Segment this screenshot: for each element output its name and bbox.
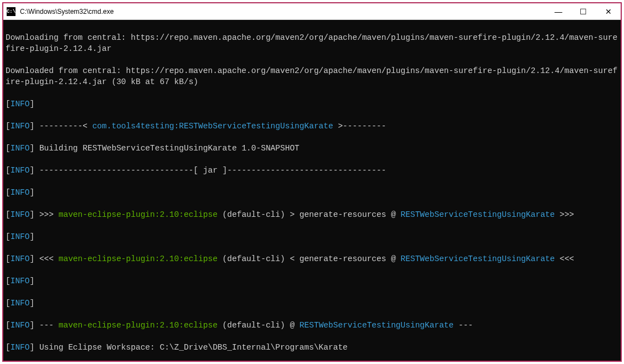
output-line: [INFO] Building RESTWebServiceTestingUsi… <box>6 143 618 154</box>
output-line: [INFO] --------------------------------[… <box>6 165 618 176</box>
output-line: [INFO] Using Eclipse Workspace: C:\Z_Dri… <box>6 342 618 353</box>
output-line: Downloading from central: https://repo.m… <box>6 32 618 54</box>
cmd-icon: C:\ <box>7 7 16 16</box>
console-output[interactable]: Downloading from central: https://repo.m… <box>3 20 621 361</box>
output-line: [INFO] <box>6 275 618 287</box>
window-title: C:\Windows\System32\cmd.exe <box>20 8 546 15</box>
output-line: [INFO] ---------< com.tools4testing:REST… <box>6 121 618 132</box>
output-line: [INFO] <<< maven-eclipse-plugin:2.10:ecl… <box>6 253 618 264</box>
maximize-button[interactable]: ☐ <box>571 3 596 20</box>
output-line: Downloaded from central: https://repo.ma… <box>6 65 618 87</box>
output-line: [INFO] <box>6 298 618 309</box>
close-button[interactable]: ✕ <box>596 3 621 20</box>
output-line: [INFO] <box>6 231 618 242</box>
cmd-window: C:\ C:\Windows\System32\cmd.exe — ☐ ✕ Do… <box>2 2 622 362</box>
output-line: [INFO] >>> maven-eclipse-plugin:2.10:ecl… <box>6 209 618 220</box>
window-controls: — ☐ ✕ <box>546 3 621 20</box>
output-line: [INFO] <box>6 98 618 110</box>
output-line: [INFO] --- maven-eclipse-plugin:2.10:ecl… <box>6 320 618 331</box>
output-line: [INFO] <box>6 187 618 198</box>
minimize-button[interactable]: — <box>546 3 571 20</box>
titlebar[interactable]: C:\ C:\Windows\System32\cmd.exe — ☐ ✕ <box>3 3 621 20</box>
